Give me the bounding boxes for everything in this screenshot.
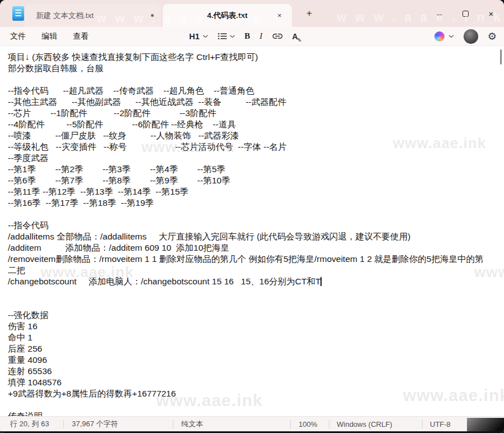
chevron-down-icon (203, 35, 208, 38)
clear-format-button[interactable]: A ✎ (292, 32, 298, 41)
divider (422, 420, 423, 429)
editor-line: --其他主武器 --其他副武器 --其他近战武器 --装备 --武器配件 (8, 96, 502, 108)
italic-button[interactable]: I (260, 31, 263, 41)
editor-line (8, 298, 502, 310)
text-editor[interactable]: 项目↓ (东西较多 快速查找直接复制下面这些名字 Ctrl+F查找即可)部分数据… (0, 45, 504, 416)
settings-gear-icon[interactable]: ⚙ (488, 31, 497, 42)
close-button[interactable]: × (478, 0, 504, 27)
heading-label: H1 (189, 32, 200, 41)
notepad-app-icon (12, 6, 24, 21)
editor-line: --喷漆 --僵尸皮肤 --纹身 --人物装饰 --武器彩漆 (8, 130, 502, 141)
bullet-list-icon (218, 33, 227, 40)
unsaved-indicator-icon (151, 14, 154, 17)
editor-line: /removeitem删除物品：/rmoveitem 1 1 删除对应物品的第几… (8, 254, 502, 265)
tab-code-table[interactable]: 4.代码表.txt × (163, 4, 292, 27)
editor-line: 命中 1 (8, 332, 502, 343)
vertical-scrollbar[interactable] (500, 49, 502, 65)
editor-line: --指令代码 (8, 220, 502, 231)
editor-line (8, 287, 502, 298)
editor-line (8, 209, 502, 220)
status-bar: 行 20, 列 63 37,967 个字符 纯文本 100% Windows (… (0, 416, 504, 431)
document-format: 纯文本 (181, 419, 203, 429)
editor-line: 连射 65536 (8, 366, 502, 377)
tab-label: 4.代码表.txt (207, 11, 248, 21)
menu-edit[interactable]: 编辑 (34, 31, 65, 42)
heading-dropdown[interactable]: H1 (189, 32, 208, 41)
tab-label: 新建 文本文档.txt (36, 11, 151, 21)
line-ending: Windows (CRLF) (337, 420, 392, 429)
copilot-dropdown[interactable] (434, 31, 454, 42)
link-button[interactable] (272, 33, 283, 39)
dark-corner-overlay (467, 418, 504, 432)
link-icon (272, 33, 283, 39)
editor-line: --4阶配件 --5阶配件 --6阶配件 --经典枪 --道具 (8, 119, 502, 130)
encoding: UTF-8 (430, 420, 451, 429)
new-tab-button[interactable]: + (303, 7, 315, 20)
editor-line: 部分数据取自韩服，台服 (8, 63, 502, 74)
menu-file[interactable]: 文件 (2, 31, 34, 42)
editor-line: 重量 4096 (8, 354, 502, 366)
editor-line: 填弹 1048576 (8, 377, 502, 388)
divider (290, 420, 291, 429)
maximize-icon (462, 11, 469, 17)
toolbar: 文件 编辑 查看 H1 B I (0, 27, 504, 45)
chevron-down-icon (230, 35, 235, 38)
close-tab-icon[interactable]: × (274, 10, 285, 20)
editor-line: 二把 (8, 265, 502, 276)
editor-line: --季度武器 (8, 153, 502, 164)
copilot-icon (434, 31, 445, 42)
list-dropdown[interactable] (218, 33, 235, 40)
editor-line (8, 399, 502, 411)
title-bar: 新建 文本文档.txt 4.代码表.txt × + – × www.aae.in… (0, 0, 504, 27)
editor-line: --第16季 --第17季 --第18季 --第19季 (8, 197, 502, 209)
editor-line: 传奇说明 (8, 411, 502, 416)
minimize-button[interactable]: – (427, 0, 452, 27)
maximize-button[interactable] (452, 0, 478, 27)
editor-line: 伤害 16 (8, 321, 502, 332)
cursor-position: 行 20, 列 63 (10, 419, 49, 429)
pencil-icon: ✎ (297, 37, 301, 43)
tab-untitled-document[interactable]: 新建 文本文档.txt (25, 4, 161, 27)
editor-line (8, 74, 502, 85)
editor-line: --芯片 --1阶配件 --2阶配件 --3阶配件 (8, 108, 502, 119)
editor-line: --等级礼包 --灾变插件 --称号 --芯片活动代号 --字体 --名片 (8, 141, 502, 153)
menu-view[interactable]: 查看 (65, 31, 97, 42)
editor-line: --第6季 --第7季 --第8季 --第9季 --第10季 (8, 175, 502, 186)
chevron-down-icon (448, 35, 454, 38)
editor-line: 后座 256 (8, 343, 502, 354)
toolbar-right: ⚙ (434, 27, 497, 45)
format-toolbar: H1 B I A (189, 27, 298, 45)
window-controls: – × (427, 0, 504, 27)
editor-line: --第11季 --第12季 --第13季 --第14季 --第15季 (8, 186, 502, 197)
editor-line: /additem 添加物品：/additem 609 10 添加10把海皇 (8, 242, 502, 254)
menu-bar: 文件 编辑 查看 (2, 27, 97, 45)
character-count: 37,967 个字符 (72, 419, 118, 429)
divider (329, 420, 329, 429)
editor-line: --指令代码 --超凡武器 --传奇武器 --超凡角色 --普通角色 (8, 85, 502, 96)
notepad-window: 新建 文本文档.txt 4.代码表.txt × + – × www.aae.in… (0, 0, 504, 433)
editor-line: --第1季 --第2季 --第3季 --第4季 --第5季 (8, 164, 502, 175)
editor-line: --强化数据 (8, 310, 502, 321)
editor-line: 项目↓ (东西较多 快速查找直接复制下面这些名字 Ctrl+F查找即可) (8, 52, 502, 63)
bold-button[interactable]: B (245, 31, 250, 41)
divider (63, 420, 64, 429)
text-caret (320, 277, 322, 286)
zoom-level: 100% (299, 420, 317, 429)
editor-line: +9武器得数为+8属性后的得数再+16777216 (8, 388, 502, 399)
divider (173, 420, 173, 429)
editor-line: /changebotscount 添加电脑人：/changebotscount … (8, 276, 502, 287)
account-avatar[interactable] (464, 29, 478, 44)
editor-line: /addallitems 全部物品：/addallitems 大厅直接输入完回车… (8, 231, 502, 242)
